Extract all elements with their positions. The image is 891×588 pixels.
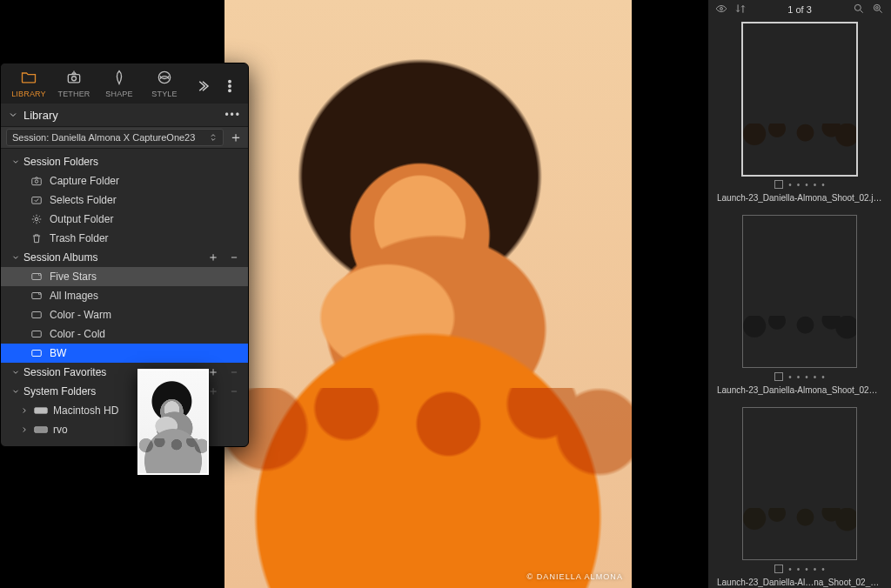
folder-icon (19, 69, 38, 86)
group-system-folders[interactable]: System Folders ＋ － (1, 382, 248, 401)
svg-rect-20 (32, 351, 42, 357)
remove-system-folder-button: － (225, 384, 243, 399)
rating-dots[interactable]: ••••• (774, 179, 825, 190)
tab-label: LIBRARY (11, 90, 46, 98)
viewer[interactable]: © DANIELLA ALMONA (224, 0, 632, 588)
browser-thumbnails[interactable]: ••••• Launch-23_Daniella-Almona_Shoot_02… (708, 19, 891, 588)
group-session-folders[interactable]: Session Folders (1, 152, 248, 171)
tab-library[interactable]: LIBRARY (6, 69, 51, 104)
svg-point-5 (72, 77, 77, 81)
chevron-down-icon (8, 110, 18, 120)
node-label: BW (50, 347, 66, 359)
folder-capture[interactable]: Capture Folder (1, 171, 248, 190)
viewer-image[interactable] (224, 0, 632, 588)
album-color-cold[interactable]: Color - Cold (1, 324, 248, 344)
sort-icon[interactable] (734, 3, 747, 17)
session-selector[interactable]: Session: Daniella Almona X CaptureOne23 (6, 129, 224, 146)
remove-favorite-button[interactable]: － (225, 364, 243, 380)
thumbnail-item[interactable]: ••••• Launch-23_Daniella-Almona_Shoot_02… (734, 23, 865, 203)
group-title: System Folders (23, 385, 96, 398)
svg-rect-19 (32, 331, 42, 337)
system-folder-rvo[interactable]: rvo (1, 420, 248, 439)
session-name: Session: Daniella Almona X CaptureOne23 (12, 132, 195, 143)
drag-preview[interactable] (137, 369, 209, 475)
album-icon (30, 328, 43, 340)
chevron-right-icon (20, 406, 29, 415)
thumbnail-filename: Launch-23_Daniella-Al…na_Shoot_02_COLD.j… (717, 578, 882, 587)
svg-rect-4 (68, 75, 79, 83)
svg-point-7 (229, 81, 231, 83)
folder-trash[interactable]: Trash Folder (1, 229, 248, 248)
library-panel: LIBRARY TETHER SHAPE STYLE Library (0, 63, 249, 447)
tabs-overflow-button[interactable] (198, 78, 213, 97)
folder-output[interactable]: Output Folder (1, 210, 248, 229)
node-label: Five Stars (50, 271, 97, 283)
chevron-right-icon (20, 425, 29, 434)
thumbnail-image[interactable] (742, 407, 857, 560)
thumbnail-filename: Launch-23_Daniella-Almona_Shoot_02_BW.jp… (717, 385, 882, 395)
tab-tether[interactable]: TETHER (51, 69, 97, 104)
system-folder-mac[interactable]: Macintosh HD (1, 401, 248, 420)
drive-icon (34, 424, 48, 435)
svg-point-8 (229, 85, 231, 87)
add-album-button[interactable]: ＋ (204, 250, 222, 265)
group-title: Session Albums (23, 251, 97, 264)
tab-style[interactable]: STYLE (142, 69, 187, 104)
album-icon (30, 309, 43, 321)
image-credit: © DANIELLA ALMONA (526, 572, 623, 581)
album-color-warm[interactable]: Color - Warm (1, 305, 248, 324)
add-session-button[interactable]: ＋ (229, 130, 243, 144)
svg-rect-18 (32, 312, 42, 318)
node-label: Output Folder (50, 213, 113, 225)
album-five-stars[interactable]: Five Stars (1, 267, 248, 286)
shape-icon (110, 69, 129, 86)
node-label: Trash Folder (50, 232, 109, 244)
thumbnail-filename: Launch-23_Daniella-Almona_Shoot_02.jpg (717, 193, 882, 203)
drag-preview-image (139, 371, 207, 473)
search-icon[interactable] (853, 3, 865, 17)
node-label: Color - Cold (50, 328, 105, 340)
node-label: rvo (53, 424, 68, 436)
group-session-favorites[interactable]: Session Favorites ＋ － (1, 363, 248, 382)
check-folder-icon (30, 194, 43, 206)
chevron-down-icon (11, 253, 20, 262)
node-label: All Images (50, 290, 98, 302)
remove-album-button[interactable]: － (225, 250, 243, 265)
gear-icon (30, 213, 43, 225)
smart-album-icon (30, 290, 43, 302)
rating-dots[interactable]: ••••• (774, 371, 825, 382)
svg-rect-12 (32, 197, 42, 204)
svg-rect-21 (35, 408, 48, 414)
trash-icon (30, 232, 43, 244)
section-menu-button[interactable]: ••• (224, 109, 241, 121)
thumbnail-image[interactable] (742, 215, 857, 368)
folder-selects[interactable]: Selects Folder (1, 190, 248, 210)
tabs-menu-button[interactable] (222, 78, 238, 97)
tab-label: STYLE (151, 90, 177, 98)
thumbnail-image[interactable] (742, 23, 857, 176)
updown-icon (209, 133, 218, 142)
group-session-albums[interactable]: Session Albums ＋ － (1, 248, 248, 267)
node-label: Selects Folder (50, 194, 117, 206)
rating-dots[interactable]: ••••• (774, 564, 825, 574)
style-icon (155, 69, 174, 86)
album-bw[interactable]: BW (1, 344, 248, 363)
album-all-images[interactable]: All Images (1, 286, 248, 305)
thumbnail-item[interactable]: ••••• Launch-23_Daniella-Al…na_Shoot_02_… (734, 407, 865, 587)
tab-shape[interactable]: SHAPE (97, 69, 142, 104)
svg-point-0 (720, 7, 723, 10)
zoom-icon[interactable] (872, 3, 884, 17)
svg-point-9 (229, 90, 231, 91)
library-section-header[interactable]: Library ••• (1, 104, 248, 126)
browser-counter: 1 of 3 (754, 4, 846, 15)
svg-rect-10 (32, 178, 42, 185)
tool-tabs: LIBRARY TETHER SHAPE STYLE (1, 63, 248, 104)
chevron-down-icon (11, 387, 20, 396)
svg-point-1 (854, 4, 861, 10)
browser-panel: 1 of 3 ••••• Launch-23_Daniella-Almona_S… (707, 0, 891, 588)
thumbnail-item[interactable]: ••••• Launch-23_Daniella-Almona_Shoot_02… (734, 215, 865, 395)
visibility-icon[interactable] (715, 3, 727, 17)
drive-icon (34, 405, 48, 416)
library-tree: Session Folders Capture Folder Selects F… (1, 149, 248, 446)
section-title: Library (23, 109, 58, 122)
